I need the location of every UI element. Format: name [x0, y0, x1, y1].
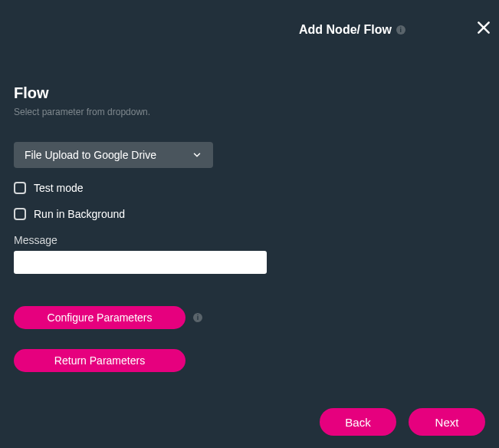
- checkbox-box-icon: [14, 182, 26, 194]
- dialog-footer: Back Next: [320, 408, 485, 436]
- close-icon: [476, 20, 491, 35]
- return-parameters-button[interactable]: Return Parameters: [14, 349, 185, 372]
- test-mode-checkbox[interactable]: Test mode: [14, 182, 485, 194]
- message-input[interactable]: [14, 251, 267, 274]
- info-icon[interactable]: i: [193, 313, 202, 322]
- flow-dropdown[interactable]: File Upload to Google Drive: [14, 142, 213, 168]
- chevron-down-icon: [192, 150, 202, 160]
- dialog-header: Add Node/ Flow i: [0, 0, 499, 46]
- test-mode-label: Test mode: [34, 182, 84, 194]
- section-title: Flow: [14, 84, 485, 102]
- return-row: Return Parameters: [14, 349, 485, 372]
- configure-row: Configure Parameters i: [14, 306, 485, 329]
- run-background-checkbox[interactable]: Run in Background: [14, 208, 485, 220]
- dialog-title: Add Node/ Flow: [299, 23, 392, 37]
- back-button[interactable]: Back: [320, 408, 396, 436]
- back-label: Back: [345, 416, 370, 429]
- message-label: Message: [14, 234, 485, 246]
- dropdown-selected: File Upload to Google Drive: [25, 149, 156, 161]
- run-background-label: Run in Background: [34, 208, 125, 220]
- dialog-title-wrap: Add Node/ Flow i: [299, 23, 405, 37]
- next-label: Next: [435, 416, 459, 429]
- return-parameters-label: Return Parameters: [54, 354, 145, 367]
- dialog-content: Flow Select parameter from dropdown. Fil…: [0, 46, 499, 372]
- section-subtitle: Select parameter from dropdown.: [14, 107, 485, 117]
- configure-parameters-label: Configure Parameters: [48, 311, 153, 324]
- close-button[interactable]: [473, 17, 494, 38]
- info-icon[interactable]: i: [396, 25, 405, 35]
- checkbox-box-icon: [14, 208, 26, 220]
- configure-parameters-button[interactable]: Configure Parameters: [14, 306, 185, 329]
- next-button[interactable]: Next: [409, 408, 485, 436]
